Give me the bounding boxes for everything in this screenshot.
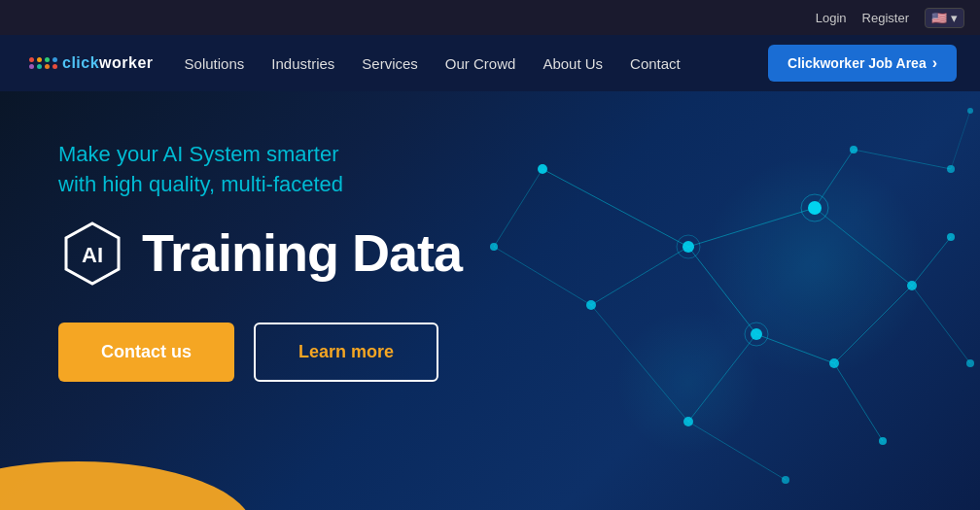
navbar: clickworker Solutions Industries Service… (0, 35, 980, 91)
subtitle-line1: Make your AI System smarter (58, 142, 339, 166)
nav-contact[interactable]: Contact (630, 55, 681, 72)
svg-point-26 (751, 328, 762, 340)
nav-links: Solutions Industries Services Our Crowd … (185, 55, 768, 72)
top-bar: Login Register 🇺🇸 ▾ (0, 0, 980, 35)
contact-us-button[interactable]: Contact us (58, 323, 234, 382)
logo[interactable]: clickworker (23, 44, 154, 83)
register-link[interactable]: Register (862, 11, 909, 25)
nav-solutions[interactable]: Solutions (185, 55, 245, 72)
svg-line-10 (834, 363, 883, 441)
svg-point-1 (611, 305, 766, 460)
svg-text:AI: AI (82, 243, 103, 267)
svg-point-27 (829, 358, 839, 368)
cta-arrow-icon: › (932, 54, 937, 72)
yellow-wave-decoration (0, 432, 272, 510)
hero-title: Training Data (142, 224, 462, 282)
svg-point-24 (947, 233, 955, 241)
nav-services[interactable]: Services (362, 55, 418, 72)
chevron-down-icon: ▾ (951, 11, 958, 25)
logo-dot (52, 57, 57, 62)
nav-about-us[interactable]: About Us (542, 55, 603, 72)
svg-point-22 (808, 201, 822, 215)
hero-subtitle: Make your AI System smarter with high qu… (58, 140, 603, 200)
hero-section: Make your AI System smarter with high qu… (0, 91, 980, 510)
logo-dot (37, 64, 42, 69)
svg-point-34 (947, 165, 955, 173)
nav-industries[interactable]: Industries (271, 55, 334, 72)
logo-dot (29, 64, 34, 69)
logo-text: clickworker (62, 54, 154, 72)
svg-point-28 (879, 437, 887, 445)
ai-hexagon-icon: AI (58, 220, 126, 288)
cta-label: Clickworker Job Area (788, 55, 927, 71)
svg-point-30 (782, 476, 789, 484)
logo-dot (37, 57, 42, 62)
svg-line-19 (951, 111, 970, 169)
flag-icon: 🇺🇸 (931, 11, 947, 25)
svg-point-25 (850, 146, 858, 153)
cta-job-area-button[interactable]: Clickworker Job Area › (768, 45, 957, 82)
login-link[interactable]: Login (816, 11, 847, 25)
svg-point-23 (907, 281, 917, 290)
hero-main: AI Training Data (58, 220, 603, 288)
svg-line-17 (912, 286, 970, 363)
nav-our-crowd[interactable]: Our Crowd (445, 55, 516, 72)
hero-content: Make your AI System smarter with high qu… (58, 140, 603, 382)
learn-more-button[interactable]: Learn more (254, 323, 438, 382)
hero-buttons: Contact us Learn more (58, 323, 603, 382)
logo-dot (45, 57, 50, 62)
logo-icon (23, 44, 62, 83)
svg-line-15 (591, 247, 688, 305)
subtitle-line2: with high quality, multi-faceted (58, 172, 343, 196)
logo-dot (29, 57, 34, 62)
language-selector[interactable]: 🇺🇸 ▾ (925, 8, 964, 28)
svg-point-41 (0, 461, 253, 510)
svg-point-29 (683, 417, 693, 426)
logo-dot (52, 64, 57, 69)
logo-dot (45, 64, 50, 69)
svg-point-35 (967, 108, 973, 114)
svg-point-21 (682, 241, 694, 253)
svg-point-33 (966, 359, 974, 367)
